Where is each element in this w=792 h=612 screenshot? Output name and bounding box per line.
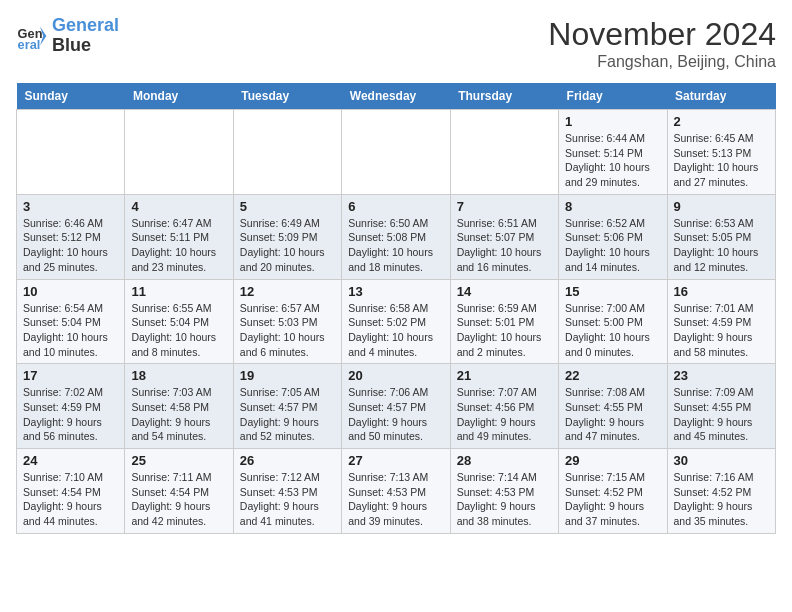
calendar-cell: 26Sunrise: 7:12 AM Sunset: 4:53 PM Dayli… <box>233 449 341 534</box>
calendar-cell: 28Sunrise: 7:14 AM Sunset: 4:53 PM Dayli… <box>450 449 558 534</box>
day-number: 23 <box>674 368 769 383</box>
day-number: 27 <box>348 453 443 468</box>
day-info: Sunrise: 6:50 AM Sunset: 5:08 PM Dayligh… <box>348 216 443 275</box>
day-number: 24 <box>23 453 118 468</box>
calendar-cell: 7Sunrise: 6:51 AM Sunset: 5:07 PM Daylig… <box>450 194 558 279</box>
location-subtitle: Fangshan, Beijing, China <box>548 53 776 71</box>
day-info: Sunrise: 6:54 AM Sunset: 5:04 PM Dayligh… <box>23 301 118 360</box>
day-number: 14 <box>457 284 552 299</box>
day-info: Sunrise: 7:08 AM Sunset: 4:55 PM Dayligh… <box>565 385 660 444</box>
logo: Gen eral General Blue <box>16 16 119 56</box>
calendar-week-row: 17Sunrise: 7:02 AM Sunset: 4:59 PM Dayli… <box>17 364 776 449</box>
day-info: Sunrise: 6:45 AM Sunset: 5:13 PM Dayligh… <box>674 131 769 190</box>
day-number: 28 <box>457 453 552 468</box>
day-info: Sunrise: 6:58 AM Sunset: 5:02 PM Dayligh… <box>348 301 443 360</box>
calendar-cell: 10Sunrise: 6:54 AM Sunset: 5:04 PM Dayli… <box>17 279 125 364</box>
calendar-cell: 12Sunrise: 6:57 AM Sunset: 5:03 PM Dayli… <box>233 279 341 364</box>
day-info: Sunrise: 6:46 AM Sunset: 5:12 PM Dayligh… <box>23 216 118 275</box>
calendar-cell: 29Sunrise: 7:15 AM Sunset: 4:52 PM Dayli… <box>559 449 667 534</box>
day-number: 11 <box>131 284 226 299</box>
calendar-table: SundayMondayTuesdayWednesdayThursdayFrid… <box>16 83 776 534</box>
day-number: 29 <box>565 453 660 468</box>
day-number: 7 <box>457 199 552 214</box>
day-info: Sunrise: 6:52 AM Sunset: 5:06 PM Dayligh… <box>565 216 660 275</box>
calendar-cell <box>233 110 341 195</box>
day-number: 9 <box>674 199 769 214</box>
day-info: Sunrise: 7:00 AM Sunset: 5:00 PM Dayligh… <box>565 301 660 360</box>
calendar-cell: 15Sunrise: 7:00 AM Sunset: 5:00 PM Dayli… <box>559 279 667 364</box>
day-number: 15 <box>565 284 660 299</box>
calendar-cell: 16Sunrise: 7:01 AM Sunset: 4:59 PM Dayli… <box>667 279 775 364</box>
calendar-cell: 18Sunrise: 7:03 AM Sunset: 4:58 PM Dayli… <box>125 364 233 449</box>
day-info: Sunrise: 7:06 AM Sunset: 4:57 PM Dayligh… <box>348 385 443 444</box>
logo-line1: General <box>52 16 119 36</box>
calendar-cell: 11Sunrise: 6:55 AM Sunset: 5:04 PM Dayli… <box>125 279 233 364</box>
day-info: Sunrise: 7:01 AM Sunset: 4:59 PM Dayligh… <box>674 301 769 360</box>
day-number: 4 <box>131 199 226 214</box>
calendar-week-row: 1Sunrise: 6:44 AM Sunset: 5:14 PM Daylig… <box>17 110 776 195</box>
day-number: 3 <box>23 199 118 214</box>
day-number: 19 <box>240 368 335 383</box>
day-number: 22 <box>565 368 660 383</box>
calendar-cell: 8Sunrise: 6:52 AM Sunset: 5:06 PM Daylig… <box>559 194 667 279</box>
calendar-week-row: 24Sunrise: 7:10 AM Sunset: 4:54 PM Dayli… <box>17 449 776 534</box>
day-info: Sunrise: 6:57 AM Sunset: 5:03 PM Dayligh… <box>240 301 335 360</box>
calendar-week-row: 3Sunrise: 6:46 AM Sunset: 5:12 PM Daylig… <box>17 194 776 279</box>
day-info: Sunrise: 7:11 AM Sunset: 4:54 PM Dayligh… <box>131 470 226 529</box>
day-info: Sunrise: 7:09 AM Sunset: 4:55 PM Dayligh… <box>674 385 769 444</box>
calendar-cell: 20Sunrise: 7:06 AM Sunset: 4:57 PM Dayli… <box>342 364 450 449</box>
day-info: Sunrise: 6:44 AM Sunset: 5:14 PM Dayligh… <box>565 131 660 190</box>
weekday-header-tuesday: Tuesday <box>233 83 341 110</box>
day-info: Sunrise: 6:49 AM Sunset: 5:09 PM Dayligh… <box>240 216 335 275</box>
day-info: Sunrise: 7:05 AM Sunset: 4:57 PM Dayligh… <box>240 385 335 444</box>
day-info: Sunrise: 6:55 AM Sunset: 5:04 PM Dayligh… <box>131 301 226 360</box>
title-area: November 2024 Fangshan, Beijing, China <box>548 16 776 71</box>
day-info: Sunrise: 7:15 AM Sunset: 4:52 PM Dayligh… <box>565 470 660 529</box>
calendar-cell: 25Sunrise: 7:11 AM Sunset: 4:54 PM Dayli… <box>125 449 233 534</box>
weekday-header-monday: Monday <box>125 83 233 110</box>
weekday-header-thursday: Thursday <box>450 83 558 110</box>
calendar-cell: 6Sunrise: 6:50 AM Sunset: 5:08 PM Daylig… <box>342 194 450 279</box>
svg-text:eral: eral <box>18 37 41 52</box>
day-info: Sunrise: 6:47 AM Sunset: 5:11 PM Dayligh… <box>131 216 226 275</box>
calendar-cell: 21Sunrise: 7:07 AM Sunset: 4:56 PM Dayli… <box>450 364 558 449</box>
day-number: 17 <box>23 368 118 383</box>
calendar-cell: 2Sunrise: 6:45 AM Sunset: 5:13 PM Daylig… <box>667 110 775 195</box>
day-number: 13 <box>348 284 443 299</box>
weekday-header-saturday: Saturday <box>667 83 775 110</box>
calendar-cell: 3Sunrise: 6:46 AM Sunset: 5:12 PM Daylig… <box>17 194 125 279</box>
weekday-header-sunday: Sunday <box>17 83 125 110</box>
calendar-cell: 23Sunrise: 7:09 AM Sunset: 4:55 PM Dayli… <box>667 364 775 449</box>
calendar-cell <box>342 110 450 195</box>
day-info: Sunrise: 6:59 AM Sunset: 5:01 PM Dayligh… <box>457 301 552 360</box>
day-info: Sunrise: 7:03 AM Sunset: 4:58 PM Dayligh… <box>131 385 226 444</box>
day-number: 18 <box>131 368 226 383</box>
calendar-cell: 9Sunrise: 6:53 AM Sunset: 5:05 PM Daylig… <box>667 194 775 279</box>
calendar-cell: 19Sunrise: 7:05 AM Sunset: 4:57 PM Dayli… <box>233 364 341 449</box>
day-info: Sunrise: 6:51 AM Sunset: 5:07 PM Dayligh… <box>457 216 552 275</box>
weekday-header-wednesday: Wednesday <box>342 83 450 110</box>
logo-line2: Blue <box>52 36 119 56</box>
calendar-cell: 27Sunrise: 7:13 AM Sunset: 4:53 PM Dayli… <box>342 449 450 534</box>
calendar-cell <box>450 110 558 195</box>
logo-icon: Gen eral <box>16 20 48 52</box>
day-info: Sunrise: 7:07 AM Sunset: 4:56 PM Dayligh… <box>457 385 552 444</box>
day-info: Sunrise: 7:14 AM Sunset: 4:53 PM Dayligh… <box>457 470 552 529</box>
calendar-cell: 14Sunrise: 6:59 AM Sunset: 5:01 PM Dayli… <box>450 279 558 364</box>
day-info: Sunrise: 7:10 AM Sunset: 4:54 PM Dayligh… <box>23 470 118 529</box>
day-info: Sunrise: 7:13 AM Sunset: 4:53 PM Dayligh… <box>348 470 443 529</box>
weekday-header-row: SundayMondayTuesdayWednesdayThursdayFrid… <box>17 83 776 110</box>
day-number: 5 <box>240 199 335 214</box>
calendar-cell <box>17 110 125 195</box>
day-info: Sunrise: 7:02 AM Sunset: 4:59 PM Dayligh… <box>23 385 118 444</box>
calendar-cell: 1Sunrise: 6:44 AM Sunset: 5:14 PM Daylig… <box>559 110 667 195</box>
day-number: 6 <box>348 199 443 214</box>
calendar-cell: 24Sunrise: 7:10 AM Sunset: 4:54 PM Dayli… <box>17 449 125 534</box>
calendar-cell <box>125 110 233 195</box>
day-number: 20 <box>348 368 443 383</box>
calendar-cell: 30Sunrise: 7:16 AM Sunset: 4:52 PM Dayli… <box>667 449 775 534</box>
day-number: 16 <box>674 284 769 299</box>
calendar-cell: 17Sunrise: 7:02 AM Sunset: 4:59 PM Dayli… <box>17 364 125 449</box>
day-number: 8 <box>565 199 660 214</box>
calendar-cell: 5Sunrise: 6:49 AM Sunset: 5:09 PM Daylig… <box>233 194 341 279</box>
